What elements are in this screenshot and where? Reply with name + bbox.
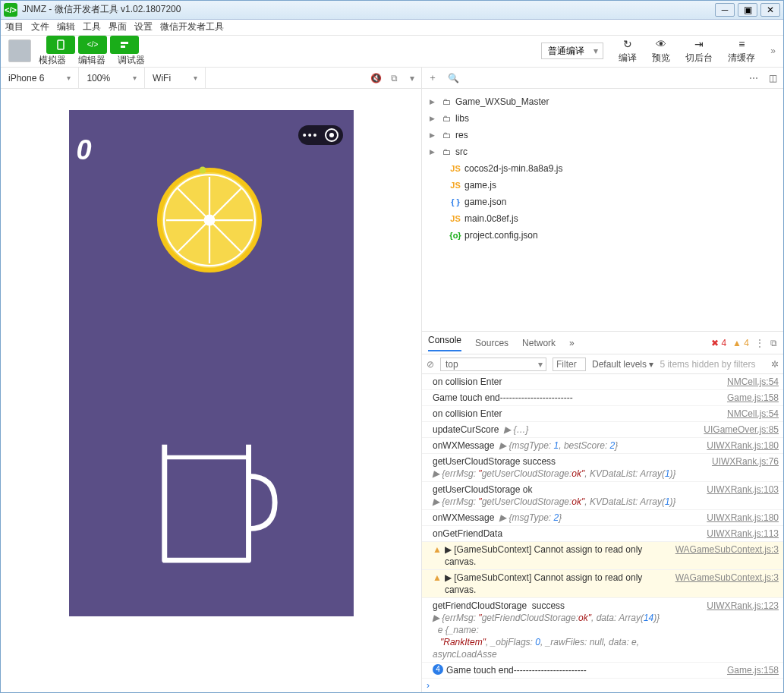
menu-file[interactable]: 文件 [31, 20, 49, 33]
clear-console-icon[interactable]: ⊘ [427, 359, 434, 370]
capsule-button[interactable]: ••• [298, 125, 343, 145]
eye-icon: 👁 [653, 38, 669, 50]
tab-network[interactable]: Network [522, 338, 556, 348]
network-select[interactable]: WiFi [145, 68, 206, 88]
compile-button[interactable]: ↻编译 [619, 38, 637, 65]
hidden-count: 5 items hidden by filters [660, 359, 755, 370]
menu-tool[interactable]: 工具 [83, 20, 101, 33]
window-title: JNMZ - 微信开发者工具 v1.02.1807200 [22, 3, 181, 16]
file-row[interactable]: JScocos2d-js-min.8a8a9.js [427, 160, 783, 177]
file-explorer-bar: ＋ 🔍 ⋯ ◫ [422, 68, 783, 89]
svg-rect-2 [121, 46, 125, 48]
error-count[interactable]: ✖ 4 [711, 338, 726, 348]
menu-settings[interactable]: 设置 [134, 20, 153, 33]
file-row[interactable]: { }game.json [427, 194, 783, 210]
background-button[interactable]: ⇥切后台 [685, 38, 713, 65]
app-logo: </> [4, 3, 17, 17]
minimize-button[interactable]: ─ [715, 3, 735, 17]
mute-icon[interactable]: 🔇 [367, 73, 385, 83]
svg-point-15 [199, 167, 206, 174]
menu-dots-icon: ••• [303, 129, 319, 141]
filter-input[interactable] [553, 358, 586, 371]
levels-select[interactable]: Default levels ▾ [592, 359, 653, 370]
file-row[interactable]: JSgame.js [427, 177, 783, 194]
console-row[interactable]: updateCurScore ▶ {…}UIGameOver.js:85 [422, 422, 783, 438]
svg-rect-1 [121, 42, 128, 44]
settings-icon[interactable]: ⋮ [755, 338, 764, 348]
console-row[interactable]: getUserCloudStorage success▶ {errMsg: "g… [422, 454, 783, 482]
simulator-label: 模拟器 [39, 54, 66, 67]
simulator-bar: iPhone 6 100% WiFi 🔇 ⧉ ▾ [1, 68, 421, 89]
exit-icon: ⇥ [691, 38, 707, 50]
simulator-area: 0 ••• [1, 89, 421, 692]
console-row[interactable]: ▲▶ [GameSubContext] Cannot assign to rea… [422, 570, 783, 598]
menu-edit[interactable]: 编辑 [57, 20, 75, 33]
file-tree[interactable]: ▶🗀Game_WXSub_Master▶🗀libs▶🗀res▶🗀srcJScoc… [422, 89, 783, 332]
svg-rect-0 [58, 40, 64, 49]
simulator-toggle[interactable] [46, 36, 75, 54]
debugger-label: 调试器 [118, 54, 145, 67]
debugger-toggle[interactable] [110, 36, 139, 54]
compile-mode-select[interactable]: 普通编译 [541, 43, 603, 59]
menu-project[interactable]: 项目 [5, 20, 24, 33]
score-text: 0 [77, 134, 92, 166]
console-row[interactable]: onGetFriendDataUIWXRank.js:113 [422, 526, 783, 542]
preview-button[interactable]: 👁预览 [652, 38, 670, 65]
user-avatar[interactable] [8, 39, 31, 62]
title-bar: </> JNMZ - 微信开发者工具 v1.02.1807200 ─ ▣ ✕ [1, 1, 783, 20]
menu-interface[interactable]: 界面 [109, 20, 127, 33]
maximize-button[interactable]: ▣ [738, 3, 757, 17]
more-tabs-icon[interactable]: » [569, 338, 575, 348]
close-button[interactable]: ✕ [760, 3, 780, 17]
clear-cache-button[interactable]: ≡清缓存 [728, 38, 755, 65]
refresh-icon: ↻ [620, 38, 635, 50]
console-row[interactable]: 4Game touch end------------------------G… [422, 663, 783, 679]
console-output[interactable]: on collision EnterNMCell.js:54Game touch… [422, 374, 783, 692]
chevron-down-icon[interactable]: ▾ [403, 73, 421, 83]
tab-console[interactable]: Console [428, 335, 461, 351]
editor-toggle[interactable]: </> [78, 36, 107, 54]
cup-sprite [153, 434, 282, 571]
zoom-select[interactable]: 100% [79, 68, 145, 88]
device-select[interactable]: iPhone 6 [1, 68, 79, 88]
lemon-sprite [153, 163, 266, 277]
file-row[interactable]: JSmain.0c8ef.js [427, 210, 783, 227]
tab-sources[interactable]: Sources [475, 338, 508, 348]
game-canvas[interactable]: 0 ••• [69, 110, 354, 616]
gear-icon[interactable]: ✲ [771, 359, 779, 370]
console-row[interactable]: on collision EnterNMCell.js:54 [422, 406, 783, 422]
console-row[interactable]: ▲▶ [GameSubContext] Cannot assign to rea… [422, 542, 783, 570]
folder-row[interactable]: ▶🗀res [427, 127, 783, 143]
more-icon[interactable]: » [770, 46, 776, 56]
layers-icon: ≡ [734, 38, 749, 50]
folder-row[interactable]: ▶🗀libs [427, 110, 783, 127]
menu-bar: 项目 文件 编辑 工具 界面 设置 微信开发者工具 [1, 20, 783, 36]
console-row[interactable]: on collision EnterNMCell.js:54 [422, 374, 783, 390]
more-icon[interactable]: ⋯ [749, 73, 758, 83]
console-filter-bar: ⊘ top Default levels ▾ 5 items hidden by… [422, 354, 783, 374]
console-row[interactable]: getUserCloudStorage ok▶ {errMsg: "getUse… [422, 482, 783, 510]
split-icon[interactable]: ◫ [769, 73, 777, 83]
warn-count[interactable]: ▲ 4 [732, 338, 749, 348]
editor-label: 编辑器 [78, 54, 105, 67]
detach-icon[interactable]: ⧉ [385, 73, 403, 83]
search-icon[interactable]: 🔍 [448, 73, 459, 83]
console-row[interactable]: onWXMessage ▶ {msgType: 2}UIWXRank.js:18… [422, 510, 783, 526]
console-row[interactable]: onWXMessage ▶ {msgType: 1, bestScore: 2}… [422, 438, 783, 454]
folder-row[interactable]: ▶🗀Game_WXSub_Master [427, 93, 783, 110]
devtools-tabs: Console Sources Network » ✖ 4 ▲ 4 ⋮ ⧉ [422, 332, 783, 354]
context-select[interactable]: top [440, 358, 546, 371]
dock-icon[interactable]: ⧉ [770, 338, 777, 348]
close-circle-icon [325, 128, 338, 142]
console-row[interactable]: Game touch end------------------------Ga… [422, 390, 783, 406]
svg-point-14 [203, 215, 215, 226]
console-row[interactable]: getFriendCloudStorage success▶ {errMsg: … [422, 598, 783, 663]
menu-devtool[interactable]: 微信开发者工具 [160, 20, 224, 33]
console-prompt[interactable]: › [422, 679, 783, 692]
add-file-icon[interactable]: ＋ [428, 71, 437, 84]
toolbar: </> 模拟器 编辑器 调试器 普通编译 ↻编译 👁预览 ⇥切后台 ≡清缓存 » [1, 36, 783, 68]
folder-row[interactable]: ▶🗀src [427, 143, 783, 160]
file-row[interactable]: {o}project.config.json [427, 227, 783, 244]
